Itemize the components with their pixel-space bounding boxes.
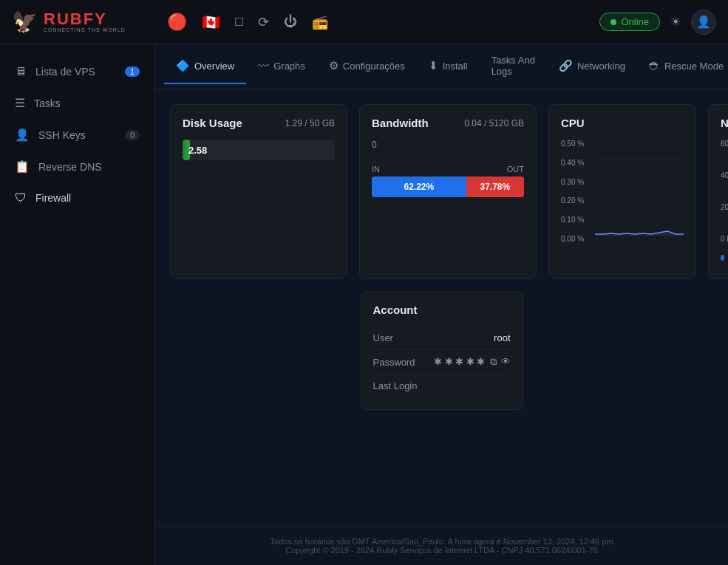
- debian-icon[interactable]: 🔴: [167, 13, 187, 32]
- network-card-header: Network Speed (MB/s): [721, 117, 728, 129]
- account-card: Account User root Password ✱ ✱ ✱ ✱ ✱ ⧉ 👁: [361, 291, 523, 410]
- net-label-1: 40 B/S: [721, 171, 728, 179]
- cpu-label-5: 0.00 %: [561, 235, 584, 243]
- tab-graphs[interactable]: 〰 Graphs: [246, 49, 317, 84]
- tab-graphs-label: Graphs: [273, 61, 305, 72]
- main-content: 🔷 Overview 〰 Graphs ⚙ Configurações ⬇ In…: [155, 44, 728, 565]
- net-label-2: 20 B/S: [721, 203, 728, 211]
- sidebar-item-ssh-keys[interactable]: 👤 SSH Keys 0: [0, 119, 154, 151]
- account-title: Account: [373, 304, 418, 316]
- sidebar-label-firewall: Firewall: [35, 192, 71, 204]
- sidebar-label-ssh-keys: SSH Keys: [38, 129, 86, 141]
- online-dot: [610, 19, 616, 25]
- square-icon[interactable]: □: [235, 14, 243, 30]
- cpu-title: CPU: [561, 117, 585, 129]
- user-value: root: [494, 332, 510, 343]
- logo-icon: 🦅: [12, 10, 38, 34]
- graphs-tab-icon: 〰: [258, 60, 269, 72]
- sidebar-item-lista-vps[interactable]: 🖥 Lista de VPS 1: [0, 56, 154, 87]
- sidebar-item-reverse-dns[interactable]: 📋 Reverse DNS: [0, 151, 154, 182]
- flag-icon[interactable]: 🇨🇦: [202, 13, 220, 31]
- ssh-icon: 👤: [15, 128, 30, 142]
- online-label: Online: [621, 16, 649, 27]
- bandwidth-card: Bandwidth 0.04 / 5120 GB 0 IN OUT 62.22%: [359, 104, 537, 279]
- refresh-icon[interactable]: ⟳: [258, 14, 269, 30]
- sidebar: 🖥 Lista de VPS 1 ☰ Tasks 👤 SSH Keys 0 📋 …: [0, 44, 155, 565]
- account-user-row: User root: [373, 326, 511, 350]
- logo-text: RUBFY: [44, 11, 126, 27]
- cpu-card-header: CPU: [561, 117, 684, 129]
- tab-overview-label: Overview: [194, 61, 234, 72]
- network-legend: Total speed Download Upload: [721, 249, 728, 267]
- monitor-icon[interactable]: 📻: [312, 14, 328, 30]
- legend-total: Total speed: [721, 249, 728, 267]
- bw-bar: 62.22% 37.78%: [372, 177, 524, 197]
- bw-in: 62.22%: [372, 177, 466, 197]
- config-tab-icon: ⚙: [329, 59, 339, 72]
- bandwidth-card-header: Bandwidth 0.04 / 5120 GB: [372, 117, 524, 129]
- bw-labels: IN OUT: [372, 165, 524, 174]
- cpu-chart-labels: 0.50 % 0.40 % 0.30 % 0.20 % 0.10 % 0.00 …: [561, 140, 584, 243]
- topbar: 🦅 RUBFY CONNECTING THE WORLD 🔴 🇨🇦 □ ⟳ ⏻ …: [0, 0, 728, 44]
- tabbar: 🔷 Overview 〰 Graphs ⚙ Configurações ⬇ In…: [155, 44, 728, 89]
- power-icon[interactable]: ⏻: [284, 14, 297, 30]
- tab-tasks-logs-label: Tasks AndLogs: [491, 55, 535, 77]
- firewall-icon: 🛡: [15, 191, 27, 205]
- bw-out: 37.78%: [466, 177, 524, 197]
- online-badge: Online: [599, 13, 660, 31]
- topbar-right: Online ☀ 👤: [599, 10, 716, 35]
- tab-install[interactable]: ⬇ Install: [417, 49, 480, 84]
- account-lastlogin-row: Last Login: [373, 374, 511, 397]
- logo-area: 🦅 RUBFY CONNECTING THE WORLD: [12, 10, 167, 34]
- overview-tab-icon: 🔷: [176, 59, 190, 72]
- sidebar-item-firewall[interactable]: 🛡 Firewall: [0, 182, 154, 213]
- footer-line1: Todos os horários são GMT America/Sao_Pa…: [166, 537, 718, 546]
- sidebar-badge-lista-vps: 1: [125, 66, 140, 77]
- password-label: Password: [373, 357, 415, 368]
- cpu-svg: [595, 140, 684, 236]
- bw-out-label: OUT: [507, 165, 524, 174]
- logo-sub: CONNECTING THE WORLD: [44, 27, 126, 32]
- tab-install-label: Install: [443, 61, 468, 72]
- password-stars: ✱ ✱ ✱ ✱ ✱: [434, 356, 485, 368]
- account-password-row: Password ✱ ✱ ✱ ✱ ✱ ⧉ 👁: [373, 350, 511, 374]
- cpu-label-2: 0.30 %: [561, 178, 584, 186]
- topbar-icons: 🔴 🇨🇦 □ ⟳ ⏻ 📻: [167, 13, 599, 32]
- bw-in-label: IN: [372, 165, 380, 174]
- tab-overview[interactable]: 🔷 Overview: [164, 49, 246, 84]
- network-title: Network Speed (MB/s): [721, 117, 728, 129]
- password-icons: ✱ ✱ ✱ ✱ ✱ ⧉ 👁: [434, 356, 510, 368]
- copy-icon[interactable]: ⧉: [490, 356, 497, 368]
- tab-rescue-label: Rescue Mode: [664, 61, 724, 72]
- tab-networking[interactable]: 🔗 Networking: [547, 49, 637, 84]
- networking-tab-icon: 🔗: [559, 59, 573, 72]
- account-card-header: Account: [373, 304, 511, 316]
- bw-in-value: 62.22%: [404, 182, 435, 192]
- avatar[interactable]: 👤: [691, 10, 716, 35]
- cards-row-1: Disk Usage 1.29 / 50 GB 2.58 Bandwidth 0…: [170, 104, 713, 279]
- bw-out-value: 37.78%: [480, 182, 511, 192]
- layout: 🖥 Lista de VPS 1 ☰ Tasks 👤 SSH Keys 0 📋 …: [0, 44, 728, 565]
- disk-bar: 2.58: [183, 140, 335, 160]
- cards-row-2: Account User root Password ✱ ✱ ✱ ✱ ✱ ⧉ 👁: [170, 291, 713, 410]
- vps-icon: 🖥: [15, 65, 27, 78]
- content-area: Disk Usage 1.29 / 50 GB 2.58 Bandwidth 0…: [155, 89, 728, 526]
- dns-icon: 📋: [15, 160, 30, 174]
- footer: Todos os horários são GMT America/Sao_Pa…: [155, 526, 728, 565]
- bw-bar-container: IN OUT 62.22% 37.78%: [372, 165, 524, 197]
- net-label-0: 60 B/S: [721, 140, 728, 148]
- disk-usage-value: 1.29 / 50 GB: [285, 118, 335, 129]
- disk-title: Disk Usage: [183, 117, 242, 129]
- disk-card-header: Disk Usage 1.29 / 50 GB: [183, 117, 335, 129]
- sidebar-label-lista-vps: Lista de VPS: [35, 66, 95, 78]
- brightness-icon[interactable]: ☀: [670, 15, 681, 29]
- bandwidth-zero: 0: [372, 140, 524, 150]
- tasks-icon: ☰: [15, 96, 25, 110]
- tab-tasks-logs[interactable]: Tasks AndLogs: [480, 44, 547, 89]
- cpu-label-4: 0.10 %: [561, 216, 584, 224]
- tab-configuracoes[interactable]: ⚙ Configurações: [317, 49, 417, 84]
- tab-rescue-mode[interactable]: ⛑ Rescue Mode: [637, 49, 728, 84]
- sidebar-item-tasks[interactable]: ☰ Tasks: [0, 87, 154, 119]
- lastlogin-label: Last Login: [373, 380, 418, 391]
- eye-icon[interactable]: 👁: [501, 356, 511, 368]
